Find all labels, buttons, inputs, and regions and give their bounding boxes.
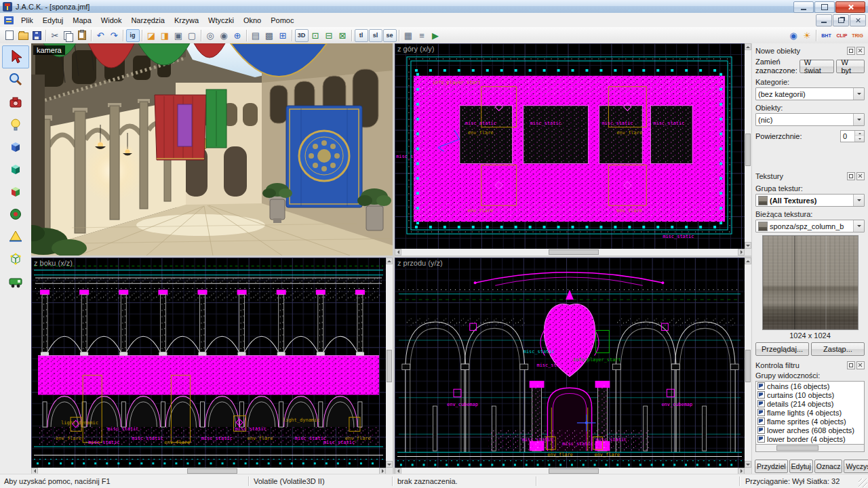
apply-decal-tool-button[interactable] — [3, 203, 28, 225]
ungroup-button[interactable]: ▢ — [186, 29, 199, 42]
carve-button[interactable]: ◪ — [145, 29, 158, 42]
path-tool-button[interactable] — [3, 270, 28, 292]
browse-textures-button[interactable]: Przeglądaj... — [755, 342, 809, 356]
select-faces-button[interactable]: ⊠ — [336, 29, 349, 42]
vertex-tool-button[interactable] — [3, 248, 28, 270]
select-vertices-button[interactable]: ⊡ — [309, 29, 322, 42]
vscroll-thumb[interactable] — [745, 350, 751, 382]
chevron-down-icon[interactable] — [853, 220, 864, 232]
visibility-groups-list[interactable]: chains (16 objects) curtains (10 objects… — [755, 381, 865, 445]
select-edges-button[interactable]: ⊟ — [323, 29, 336, 42]
panel-pin-button[interactable] — [847, 172, 855, 180]
show-objects-button[interactable]: ◉ — [218, 29, 231, 42]
list-hscrollbar[interactable] — [755, 445, 865, 452]
mdi-minimize-button[interactable] — [816, 14, 832, 26]
selection-tool-button[interactable] — [2, 45, 29, 68]
visgroup-flag-icon[interactable] — [757, 400, 765, 407]
objects-dropdown[interactable]: (nic) — [755, 113, 865, 126]
panel-close-button[interactable] — [856, 47, 865, 55]
brush-tool-button[interactable] — [3, 136, 28, 158]
minimize-button[interactable] — [793, 1, 814, 13]
assign-visgroup-button[interactable]: Przydziel — [755, 460, 788, 473]
redo-button[interactable]: ↷ — [108, 29, 121, 42]
visgroup-flag-icon[interactable] — [757, 391, 765, 399]
new-file-button[interactable] — [3, 29, 16, 42]
viewport-label-top[interactable]: z góry (x/y) — [397, 45, 434, 53]
menu-pomoc[interactable]: Pomoc — [266, 14, 298, 26]
front-view-canvas[interactable]: misc_static misc_static info_player_star… — [395, 258, 745, 468]
visgroup-flag-icon[interactable] — [757, 409, 765, 416]
front-view-vscrollbar[interactable] — [745, 258, 751, 468]
panel-close-button[interactable] — [856, 172, 865, 180]
grid-smaller-button[interactable]: ▤ — [250, 29, 262, 42]
top-view-canvas[interactable]: info_player_start misc_static misc_stati… — [395, 43, 745, 249]
top-view-hscrollbar[interactable] — [395, 249, 745, 256]
hide-objects-button[interactable]: ◎ — [204, 29, 217, 42]
replace-texture-button[interactable]: Zastąp... — [811, 342, 865, 356]
to-world-button[interactable]: W świat — [800, 60, 835, 73]
texture-browser-button[interactable]: ▦ — [402, 29, 415, 42]
ignore-groups-toggle[interactable]: ig — [126, 29, 140, 42]
maximize-button[interactable] — [814, 1, 835, 13]
camera-3d-canvas[interactable] — [31, 43, 393, 256]
vscroll-thumb[interactable] — [387, 350, 392, 382]
view-3d-button[interactable]: 3D — [295, 29, 309, 42]
select-elements-toggle[interactable]: se — [383, 29, 397, 42]
apply-bht-texture-button[interactable]: BHT — [819, 29, 834, 42]
list-item[interactable]: curtains (10 objects) — [756, 390, 864, 399]
hscroll-thumb[interactable] — [549, 249, 599, 255]
viewport-label-side[interactable]: z boku (x/z) — [34, 259, 73, 267]
mdi-restore-button[interactable] — [833, 14, 849, 26]
spinner-down-arrow[interactable] — [855, 136, 864, 142]
open-file-button[interactable] — [17, 29, 30, 42]
apply-clip-texture-button[interactable]: CLIP — [835, 29, 850, 42]
scroll-up-arrow[interactable] — [386, 258, 393, 264]
panel-close-button[interactable] — [856, 361, 865, 369]
visgroup-flag-icon[interactable] — [757, 382, 765, 390]
to-entity-button[interactable]: W byt — [836, 60, 865, 73]
categories-dropdown[interactable]: (bez kategorii) — [755, 87, 865, 100]
edit-visgroup-button[interactable]: Edytuj — [789, 460, 813, 473]
hollow-button[interactable]: ◨ — [159, 29, 172, 42]
magnify-tool-button[interactable] — [3, 69, 28, 91]
surfaces-spinner[interactable]: 0 — [840, 130, 865, 142]
scroll-left-arrow[interactable] — [395, 249, 401, 256]
scroll-down-arrow[interactable] — [745, 242, 751, 249]
goto-coords-button[interactable]: ⊕ — [231, 29, 244, 42]
panel-pin-button[interactable] — [847, 47, 855, 55]
grid-larger-button[interactable]: ▩ — [263, 29, 276, 42]
undo-button[interactable]: ↶ — [94, 29, 107, 42]
clear-visgroup-button[interactable]: Wyczyść — [844, 460, 868, 473]
visgroup-flag-icon[interactable] — [757, 418, 765, 425]
lighting-preview-button[interactable]: ☀ — [801, 29, 814, 42]
texture-lock-toggle[interactable]: tl — [355, 29, 368, 42]
menu-krzywa[interactable]: Krzywa — [170, 14, 203, 26]
paste-button[interactable] — [76, 29, 89, 42]
spinner-up-arrow[interactable] — [855, 131, 864, 136]
menu-mapa[interactable]: Mapa — [68, 14, 96, 26]
list-item[interactable]: details (214 objects) — [756, 399, 864, 408]
chevron-down-icon[interactable] — [853, 88, 864, 100]
current-texture-dropdown[interactable]: sponza/spz_column_b — [755, 220, 865, 232]
scroll-down-arrow[interactable] — [386, 461, 393, 468]
save-file-button[interactable] — [31, 29, 43, 42]
entity-tool-button[interactable] — [3, 114, 28, 136]
chevron-down-icon[interactable] — [853, 195, 864, 206]
copy-button[interactable] — [62, 29, 75, 42]
menu-okno[interactable]: Okno — [239, 14, 266, 26]
hscroll-thumb[interactable] — [187, 468, 237, 474]
hscroll-thumb[interactable] — [549, 468, 599, 474]
side-view-canvas[interactable]: light_dynamic light_dynamic misc_static … — [31, 258, 386, 468]
visgroup-flag-icon[interactable] — [757, 435, 765, 443]
hscroll-thumb[interactable] — [776, 445, 818, 451]
list-item[interactable]: lower border (4 objects) — [756, 434, 864, 443]
scroll-up-arrow[interactable] — [745, 43, 751, 50]
scroll-right-arrow[interactable] — [738, 249, 745, 256]
menu-edytuj[interactable]: Edytuj — [38, 14, 68, 26]
camera-tool-button[interactable] — [3, 92, 28, 113]
close-button[interactable] — [835, 1, 865, 13]
viewport-2d-side[interactable]: light_dynamic light_dynamic misc_static … — [31, 258, 393, 474]
mdi-close-button[interactable] — [850, 14, 866, 26]
title-bar[interactable]: J.A.C.K. - [sponza.jmf] — [0, 0, 868, 14]
viewport-label-camera[interactable]: kamera — [33, 45, 65, 55]
